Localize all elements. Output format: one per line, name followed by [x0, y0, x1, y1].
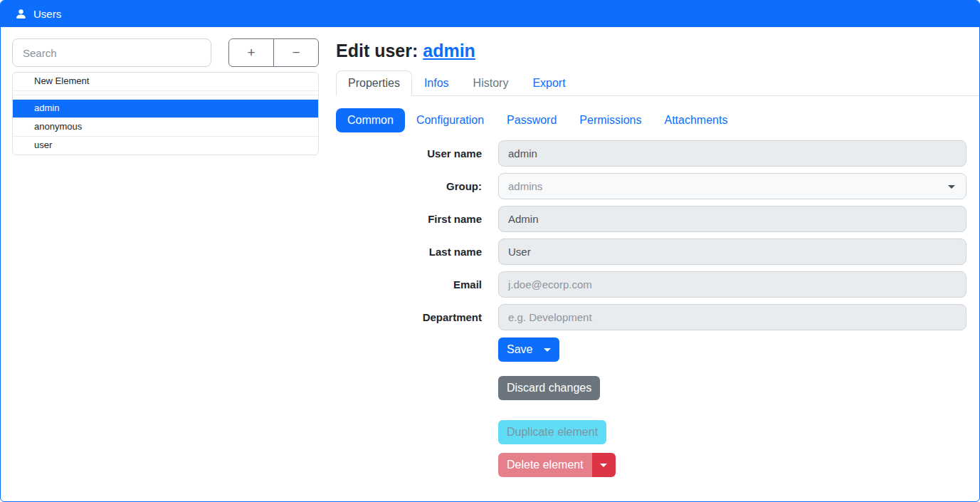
delete-element-button[interactable]: Delete element — [498, 453, 592, 477]
tab-infos[interactable]: Infos — [412, 70, 461, 96]
subtab-common[interactable]: Common — [336, 108, 405, 132]
search-input[interactable] — [12, 38, 211, 67]
page-title-prefix: Edit user: — [336, 41, 423, 61]
sidebar: + − New Element admin anonymous user — [12, 38, 319, 490]
username-field[interactable] — [498, 140, 966, 167]
subtab-permissions[interactable]: Permissions — [568, 108, 653, 132]
list-item-anonymous[interactable]: anonymous — [13, 117, 318, 136]
user-icon — [15, 8, 27, 20]
element-list: New Element admin anonymous user — [12, 72, 319, 155]
chevron-down-icon — [600, 464, 607, 467]
app-header: Users — [1, 1, 979, 27]
action-buttons: Save Discard changes Duplicate element D… — [498, 338, 979, 477]
tab-bar: Properties Infos History Export — [336, 70, 979, 96]
chevron-down-icon — [544, 348, 551, 352]
add-element-button[interactable]: + — [228, 38, 274, 67]
chevron-down-icon — [948, 185, 955, 189]
tab-export[interactable]: Export — [520, 70, 577, 96]
discard-changes-button[interactable]: Discard changes — [498, 376, 600, 400]
delete-dropdown-toggle[interactable] — [592, 453, 616, 477]
remove-element-button[interactable]: − — [273, 38, 319, 67]
tab-properties[interactable]: Properties — [336, 70, 412, 96]
subtab-attachments[interactable]: Attachments — [653, 108, 739, 132]
tab-history: History — [461, 70, 521, 96]
app-window: Users + − New Element admin anonymous us… — [0, 0, 980, 502]
group-select-value: admins — [508, 180, 542, 192]
list-item-new-element[interactable]: New Element — [13, 73, 318, 90]
add-remove-button-group: + − — [228, 38, 319, 67]
sub-tab-bar: Common Configuration Password Permission… — [336, 108, 979, 132]
edited-user-link[interactable]: admin — [423, 41, 475, 61]
department-field[interactable] — [498, 304, 966, 330]
firstname-field[interactable] — [498, 206, 966, 232]
delete-element-button-group: Delete element — [498, 453, 616, 477]
lastname-label: Last name — [336, 239, 482, 265]
list-item-user[interactable]: user — [13, 136, 318, 155]
email-label: Email — [336, 271, 482, 298]
page-title: Edit user: admin — [336, 41, 979, 61]
user-form: User name Group: admins First name Last … — [336, 140, 979, 330]
app-title: Users — [33, 8, 61, 20]
duplicate-element-button[interactable]: Duplicate element — [498, 420, 606, 444]
save-button-label: Save — [507, 343, 532, 356]
group-label: Group: — [336, 173, 482, 199]
email-field[interactable] — [498, 271, 966, 298]
edit-panel: Edit user: admin Properties Infos Histor… — [336, 38, 979, 490]
firstname-label: First name — [336, 206, 482, 232]
subtab-password[interactable]: Password — [495, 108, 568, 132]
lastname-field[interactable] — [498, 239, 966, 265]
save-button[interactable]: Save — [498, 338, 559, 362]
list-item-admin[interactable]: admin — [13, 99, 318, 117]
username-label: User name — [336, 140, 482, 167]
subtab-configuration[interactable]: Configuration — [405, 108, 495, 132]
group-select[interactable]: admins — [498, 173, 966, 199]
department-label: Department — [336, 304, 482, 330]
